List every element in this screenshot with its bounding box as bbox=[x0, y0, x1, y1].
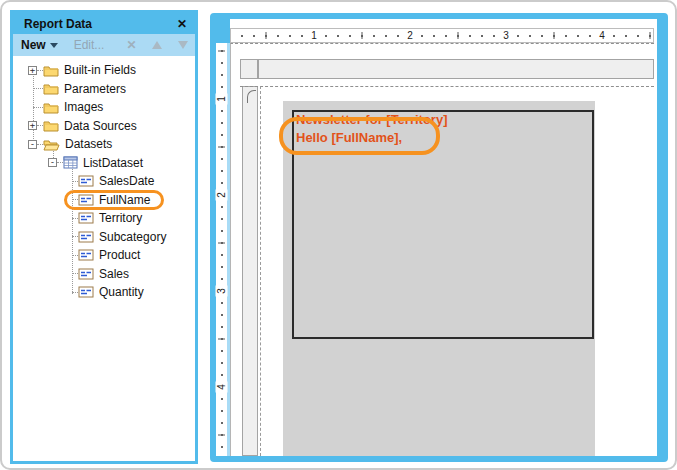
vertical-ruler: 1 2 3 4 bbox=[216, 43, 230, 456]
report-data-tree: + Built-in Fields Parameters Images + bbox=[13, 56, 195, 461]
field-icon bbox=[78, 212, 94, 224]
list-item-mark bbox=[247, 90, 256, 103]
expand-icon[interactable]: + bbox=[28, 66, 37, 75]
tree-item-data-sources[interactable]: + Data Sources bbox=[13, 117, 195, 136]
field-icon bbox=[78, 286, 94, 298]
delete-icon: ✕ bbox=[126, 38, 136, 52]
new-button[interactable]: New bbox=[21, 38, 46, 52]
field-icon bbox=[78, 175, 94, 187]
report-data-toolbar: New Edit... ✕ bbox=[13, 34, 195, 56]
move-down-icon bbox=[178, 41, 188, 49]
move-up-icon bbox=[152, 41, 162, 49]
horizontal-ruler: 1 2 3 4 bbox=[230, 28, 654, 43]
newsletter-title-line[interactable]: Newsletter for [Territory] bbox=[296, 111, 447, 129]
greeting-line[interactable]: Hello [FullName], bbox=[296, 129, 447, 147]
tree-item-quantity[interactable]: Quantity bbox=[13, 283, 195, 302]
panel-title: Report Data bbox=[24, 17, 177, 31]
folder-icon bbox=[43, 82, 59, 95]
collapse-icon[interactable]: - bbox=[48, 158, 57, 167]
tree-item-subcategory[interactable]: Subcategory bbox=[13, 228, 195, 247]
tablix-column-handle[interactable] bbox=[258, 59, 654, 79]
chevron-down-icon[interactable] bbox=[50, 43, 58, 48]
page-top-edge bbox=[240, 86, 654, 87]
design-surface-callout: 1 2 3 4 1 2 3 4 Newsletter for [ bbox=[210, 13, 668, 462]
textbox-content[interactable]: Newsletter for [Territory] Hello [FullNa… bbox=[296, 111, 447, 146]
ruler-number: 2 bbox=[216, 190, 228, 201]
folder-icon bbox=[43, 101, 59, 114]
tree-item-fullname[interactable]: FullName bbox=[13, 191, 195, 210]
tree-item-datasets[interactable]: - Datasets bbox=[13, 135, 195, 154]
collapse-icon[interactable]: - bbox=[28, 140, 37, 149]
ruler-corner bbox=[216, 19, 230, 43]
field-icon bbox=[78, 231, 94, 243]
tablix-row-handle[interactable] bbox=[242, 86, 258, 456]
close-icon[interactable]: ✕ bbox=[177, 17, 187, 31]
field-icon bbox=[78, 268, 94, 280]
report-data-panel: Report Data ✕ New Edit... ✕ + Built-in F… bbox=[10, 10, 198, 464]
report-data-header: Report Data ✕ bbox=[13, 13, 195, 34]
ruler-number: 1 bbox=[216, 94, 228, 105]
tree-item-territory[interactable]: Territory bbox=[13, 209, 195, 228]
folder-icon bbox=[43, 64, 59, 77]
ruler-number: 3 bbox=[500, 30, 512, 42]
ruler-number: 2 bbox=[404, 30, 416, 42]
screenshot-frame: Report Data ✕ New Edit... ✕ + Built-in F… bbox=[0, 0, 677, 470]
field-icon bbox=[78, 249, 94, 261]
edit-button: Edit... bbox=[74, 38, 105, 52]
ruler-number: 3 bbox=[216, 286, 228, 297]
tree-item-salesdate[interactable]: SalesDate bbox=[13, 172, 195, 191]
field-icon bbox=[78, 194, 94, 206]
folder-icon bbox=[43, 119, 59, 132]
tree-item-parameters[interactable]: Parameters bbox=[13, 80, 195, 99]
folder-open-icon bbox=[43, 138, 60, 151]
tree-item-sales[interactable]: Sales bbox=[13, 265, 195, 284]
tree-item-built-in-fields[interactable]: + Built-in Fields bbox=[13, 61, 195, 80]
tablix-corner-handle[interactable] bbox=[240, 59, 258, 79]
ruler-number: 4 bbox=[596, 30, 608, 42]
ruler-number: 4 bbox=[216, 382, 228, 393]
expand-icon[interactable]: + bbox=[28, 121, 37, 130]
design-surface: 1 2 3 4 1 2 3 4 Newsletter for [ bbox=[216, 19, 657, 456]
tree-item-listdataset[interactable]: - ListDataset bbox=[13, 154, 195, 173]
page-left-edge bbox=[260, 86, 261, 456]
dataset-icon bbox=[63, 156, 78, 169]
tree-item-product[interactable]: Product bbox=[13, 246, 195, 265]
tree-item-images[interactable]: Images bbox=[13, 98, 195, 117]
ruler-number: 1 bbox=[308, 30, 320, 42]
